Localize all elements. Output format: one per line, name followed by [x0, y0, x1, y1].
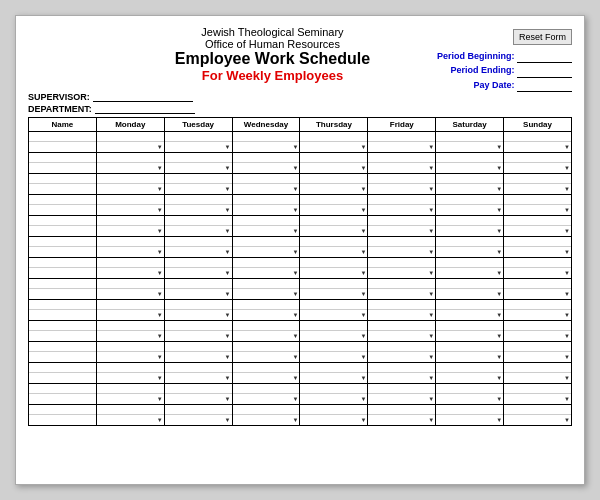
dropdown-arrow-icon[interactable]: ▼ — [225, 207, 231, 213]
day-cell[interactable]: ▼ — [300, 216, 368, 237]
day-cell[interactable]: ▼ — [164, 279, 232, 300]
day-cell[interactable]: ▼ — [368, 132, 436, 153]
day-cell[interactable]: ▼ — [504, 132, 572, 153]
dropdown-arrow-icon[interactable]: ▼ — [360, 228, 366, 234]
day-cell[interactable]: ▼ — [300, 300, 368, 321]
dropdown-arrow-icon[interactable]: ▼ — [360, 186, 366, 192]
dropdown-arrow-icon[interactable]: ▼ — [225, 354, 231, 360]
dropdown-arrow-icon[interactable]: ▼ — [428, 228, 434, 234]
day-cell[interactable]: ▼ — [96, 384, 164, 405]
day-cell[interactable]: ▼ — [504, 279, 572, 300]
day-cell[interactable]: ▼ — [368, 300, 436, 321]
dropdown-arrow-icon[interactable]: ▼ — [293, 186, 299, 192]
day-cell[interactable]: ▼ — [232, 363, 300, 384]
day-cell[interactable]: ▼ — [504, 216, 572, 237]
day-cell[interactable]: ▼ — [96, 300, 164, 321]
dropdown-arrow-icon[interactable]: ▼ — [496, 396, 502, 402]
dropdown-arrow-icon[interactable]: ▼ — [360, 207, 366, 213]
day-cell[interactable]: ▼ — [436, 342, 504, 363]
day-cell[interactable]: ▼ — [300, 342, 368, 363]
dropdown-arrow-icon[interactable]: ▼ — [157, 312, 163, 318]
dropdown-arrow-icon[interactable]: ▼ — [157, 270, 163, 276]
day-cell[interactable]: ▼ — [504, 237, 572, 258]
day-cell[interactable]: ▼ — [504, 300, 572, 321]
name-cell[interactable] — [29, 174, 97, 195]
dropdown-arrow-icon[interactable]: ▼ — [225, 396, 231, 402]
dropdown-arrow-icon[interactable]: ▼ — [360, 375, 366, 381]
day-cell[interactable]: ▼ — [96, 132, 164, 153]
dropdown-arrow-icon[interactable]: ▼ — [564, 333, 570, 339]
name-cell[interactable] — [29, 363, 97, 384]
day-cell[interactable]: ▼ — [300, 237, 368, 258]
day-cell[interactable]: ▼ — [164, 216, 232, 237]
day-cell[interactable]: ▼ — [436, 384, 504, 405]
day-cell[interactable]: ▼ — [436, 300, 504, 321]
day-cell[interactable]: ▼ — [164, 237, 232, 258]
day-cell[interactable]: ▼ — [96, 363, 164, 384]
dropdown-arrow-icon[interactable]: ▼ — [564, 312, 570, 318]
dropdown-arrow-icon[interactable]: ▼ — [293, 270, 299, 276]
day-cell[interactable]: ▼ — [504, 195, 572, 216]
dropdown-arrow-icon[interactable]: ▼ — [428, 375, 434, 381]
day-cell[interactable]: ▼ — [232, 216, 300, 237]
day-cell[interactable]: ▼ — [368, 405, 436, 426]
dropdown-arrow-icon[interactable]: ▼ — [428, 249, 434, 255]
day-cell[interactable]: ▼ — [436, 195, 504, 216]
day-cell[interactable]: ▼ — [96, 405, 164, 426]
dropdown-arrow-icon[interactable]: ▼ — [293, 207, 299, 213]
dropdown-arrow-icon[interactable]: ▼ — [360, 144, 366, 150]
name-cell[interactable] — [29, 153, 97, 174]
dropdown-arrow-icon[interactable]: ▼ — [360, 396, 366, 402]
dropdown-arrow-icon[interactable]: ▼ — [564, 144, 570, 150]
day-cell[interactable]: ▼ — [232, 258, 300, 279]
day-cell[interactable]: ▼ — [96, 216, 164, 237]
day-cell[interactable]: ▼ — [164, 321, 232, 342]
dropdown-arrow-icon[interactable]: ▼ — [225, 228, 231, 234]
day-cell[interactable]: ▼ — [232, 342, 300, 363]
day-cell[interactable]: ▼ — [96, 279, 164, 300]
dropdown-arrow-icon[interactable]: ▼ — [360, 270, 366, 276]
dropdown-arrow-icon[interactable]: ▼ — [293, 165, 299, 171]
day-cell[interactable]: ▼ — [368, 384, 436, 405]
supervisor-input[interactable] — [93, 92, 193, 102]
day-cell[interactable]: ▼ — [368, 321, 436, 342]
dropdown-arrow-icon[interactable]: ▼ — [360, 291, 366, 297]
day-cell[interactable]: ▼ — [368, 153, 436, 174]
name-cell[interactable] — [29, 279, 97, 300]
day-cell[interactable]: ▼ — [368, 363, 436, 384]
name-cell[interactable] — [29, 216, 97, 237]
day-cell[interactable]: ▼ — [300, 321, 368, 342]
dropdown-arrow-icon[interactable]: ▼ — [293, 228, 299, 234]
dropdown-arrow-icon[interactable]: ▼ — [496, 354, 502, 360]
day-cell[interactable]: ▼ — [436, 153, 504, 174]
day-cell[interactable]: ▼ — [164, 300, 232, 321]
dropdown-arrow-icon[interactable]: ▼ — [360, 333, 366, 339]
name-cell[interactable] — [29, 132, 97, 153]
dropdown-arrow-icon[interactable]: ▼ — [428, 270, 434, 276]
dropdown-arrow-icon[interactable]: ▼ — [496, 249, 502, 255]
day-cell[interactable]: ▼ — [436, 279, 504, 300]
day-cell[interactable]: ▼ — [300, 195, 368, 216]
dropdown-arrow-icon[interactable]: ▼ — [564, 417, 570, 423]
dropdown-arrow-icon[interactable]: ▼ — [496, 333, 502, 339]
dropdown-arrow-icon[interactable]: ▼ — [360, 312, 366, 318]
dropdown-arrow-icon[interactable]: ▼ — [564, 249, 570, 255]
dropdown-arrow-icon[interactable]: ▼ — [157, 375, 163, 381]
day-cell[interactable]: ▼ — [232, 132, 300, 153]
dropdown-arrow-icon[interactable]: ▼ — [157, 165, 163, 171]
dropdown-arrow-icon[interactable]: ▼ — [496, 270, 502, 276]
day-cell[interactable]: ▼ — [96, 258, 164, 279]
day-cell[interactable]: ▼ — [300, 384, 368, 405]
dropdown-arrow-icon[interactable]: ▼ — [428, 354, 434, 360]
day-cell[interactable]: ▼ — [368, 258, 436, 279]
day-cell[interactable]: ▼ — [96, 237, 164, 258]
dropdown-arrow-icon[interactable]: ▼ — [157, 354, 163, 360]
day-cell[interactable]: ▼ — [164, 384, 232, 405]
dropdown-arrow-icon[interactable]: ▼ — [428, 291, 434, 297]
dropdown-arrow-icon[interactable]: ▼ — [225, 312, 231, 318]
dropdown-arrow-icon[interactable]: ▼ — [496, 312, 502, 318]
day-cell[interactable]: ▼ — [504, 342, 572, 363]
dropdown-arrow-icon[interactable]: ▼ — [428, 165, 434, 171]
day-cell[interactable]: ▼ — [164, 342, 232, 363]
day-cell[interactable]: ▼ — [436, 237, 504, 258]
